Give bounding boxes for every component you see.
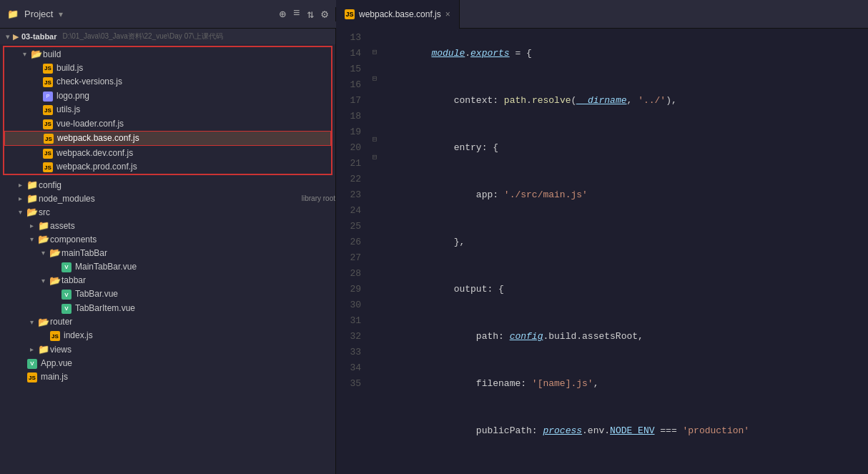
editor-tabs: JS webpack.base.conf.js ×	[336, 0, 868, 29]
expand-spacer	[49, 262, 60, 270]
tree-item-webpack-prod[interactable]: JS webpack.prod.conf.js	[4, 160, 331, 174]
expand-spacer	[30, 78, 41, 86]
tree-item-label: node_modules	[39, 194, 299, 204]
tree-item-label: check-versions.js	[56, 76, 331, 87]
tree-item-label: build.js	[56, 63, 331, 73]
tree-item-build-js[interactable]: JS build.js	[4, 61, 331, 75]
build-group-highlight: ▾ 📂 build JS build.js JS check-versions.…	[3, 46, 332, 175]
tree-item-label: assets	[50, 221, 335, 231]
project-label: Project	[24, 9, 53, 19]
folder-open-icon: 📂	[49, 247, 61, 258]
folder-icon: 📁	[26, 179, 39, 190]
expand-spacer	[31, 134, 42, 142]
expand-spacer	[49, 304, 60, 312]
code-line-18: output: {	[387, 266, 868, 313]
code-line-13: module.exports = {	[387, 30, 868, 77]
expand-spacer	[30, 163, 41, 171]
tree-item-label: index.js	[64, 330, 335, 340]
code-line-22: ? config.build.assetsPublicPath	[387, 455, 868, 474]
expand-spacer	[30, 149, 41, 157]
settings-icon[interactable]: ⚙	[321, 7, 328, 21]
folder-open-icon: 📂	[49, 275, 61, 286]
js-icon: JS	[41, 62, 54, 74]
code-line-17: },	[387, 219, 868, 266]
js-icon: JS	[41, 162, 54, 173]
tree-item-maintabbar-vue[interactable]: V MainTabBar.vue	[0, 260, 335, 274]
tree-item-components[interactable]: ▾ 📂 components	[0, 232, 335, 246]
tree-item-label: mainTabBar	[61, 248, 335, 258]
tree-item-tabbar[interactable]: ▾ 📂 tabbar	[0, 274, 335, 287]
tree-item-config[interactable]: ▸ 📁 config	[0, 178, 335, 192]
expand-icon: ▸	[14, 181, 26, 189]
tab-close-button[interactable]: ×	[445, 9, 450, 19]
tree-item-vue-loader-js[interactable]: JS vue-loader.conf.js	[4, 117, 331, 131]
tree-item-label: MainTabBar.vue	[75, 262, 335, 272]
folder-open-icon: 📂	[26, 207, 39, 217]
code-line-20: filename: '[name].js',	[387, 360, 868, 408]
code-lines: module.exports = { context: path.resolve…	[381, 29, 868, 474]
code-line-21: publicPath: process.env.NODE_ENV === 'pr…	[387, 408, 868, 455]
expand-icon: ▾	[26, 318, 37, 326]
tree-item-node-modules[interactable]: ▸ 📁 node_modules library root	[0, 192, 335, 205]
vue-icon: V	[60, 302, 73, 314]
root-folder-name: 03-tabbar	[21, 32, 57, 41]
toolbar-icons: ⊕ ≡ ⇅ ⚙	[279, 7, 328, 21]
tree-item-utils-js[interactable]: JS utils.js	[4, 103, 331, 117]
expand-spacer	[14, 359, 26, 367]
tab-filename: webpack.base.conf.js	[359, 9, 441, 19]
dropdown-icon[interactable]: ▾	[59, 9, 63, 19]
tree-item-logo-png[interactable]: P logo.png	[4, 89, 331, 103]
code-line-15: entry: {	[387, 124, 868, 172]
tree-item-label: views	[50, 345, 335, 355]
sidebar-header: 📁 Project ▾ ⊕ ≡ ⇅ ⚙	[0, 7, 336, 21]
expand-icon: ▾	[19, 50, 30, 58]
tree-item-views[interactable]: ▸ 📁 views	[0, 342, 335, 356]
vue-icon: V	[60, 289, 73, 300]
root-folder-icon: ▶	[13, 32, 19, 41]
expand-icon: ▾	[26, 235, 37, 243]
tree-item-build[interactable]: ▾ 📂 build	[4, 47, 331, 61]
code-line-14: context: path.resolve(__dirname, '../'),	[387, 77, 868, 124]
list-icon[interactable]: ≡	[293, 7, 300, 21]
expand-icon: ▾	[37, 249, 49, 257]
tree-item-main-js[interactable]: JS main.js	[0, 370, 335, 385]
tree-item-router[interactable]: ▾ 📂 router	[0, 315, 335, 329]
tree-item-check-versions[interactable]: JS check-versions.js	[4, 75, 331, 89]
tree-item-webpack-base[interactable]: JS webpack.base.conf.js	[4, 131, 331, 147]
js-icon: JS	[49, 330, 61, 342]
tree-item-assets[interactable]: ▸ 📁 assets	[0, 219, 335, 232]
expand-spacer	[37, 332, 49, 340]
tree-item-src[interactable]: ▾ 📂 src	[0, 205, 335, 219]
tree-item-tabbaritem-vue[interactable]: V TabBarItem.vue	[0, 301, 335, 315]
tree-item-index-js[interactable]: JS index.js	[0, 329, 335, 343]
tree-item-label: config	[39, 180, 335, 190]
js-icon: JS	[42, 133, 55, 144]
main-content: ▾ ▶ 03-tabbar D:\01_Java\03_Java资料\22_vu…	[0, 29, 868, 474]
tree-item-tabbar-vue[interactable]: V TabBar.vue	[0, 287, 335, 302]
tree-header: ▾ ▶ 03-tabbar D:\01_Java\03_Java资料\22_vu…	[0, 29, 335, 44]
tree-item-label: router	[50, 317, 335, 327]
add-icon[interactable]: ⊕	[279, 7, 286, 21]
tree-item-label: webpack.prod.conf.js	[56, 162, 331, 172]
expand-icon: ▸	[14, 194, 26, 202]
tree-item-label: webpack.base.conf.js	[57, 133, 330, 143]
code-line-19: path: config.build.assetsRoot,	[387, 313, 868, 360]
tree-item-app-vue[interactable]: V App.vue	[0, 356, 335, 370]
js-icon: JS	[41, 118, 54, 129]
js-icon: JS	[41, 104, 54, 116]
vue-icon: V	[26, 357, 39, 369]
sort-icon[interactable]: ⇅	[307, 7, 315, 21]
line-numbers: 13 14 15 16 17 18 19 20 21 22 23 24 25 2…	[336, 29, 368, 474]
folder-open-icon: 📂	[37, 234, 50, 245]
folder-icon: 📁	[26, 193, 39, 204]
expand-spacer	[30, 64, 41, 71]
active-tab[interactable]: JS webpack.base.conf.js ×	[336, 0, 460, 29]
tree-item-label: tabbar	[61, 275, 335, 285]
tree-item-label: vue-loader.conf.js	[56, 119, 331, 129]
tree-item-label: main.js	[41, 372, 335, 382]
file-tree-panel: ▾ ▶ 03-tabbar D:\01_Java\03_Java资料\22_vu…	[0, 29, 336, 474]
top-bar: 📁 Project ▾ ⊕ ≡ ⇅ ⚙ JS webpack.base.conf…	[0, 0, 868, 29]
tree-item-mainTabBar[interactable]: ▾ 📂 mainTabBar	[0, 246, 335, 260]
tree-item-webpack-dev[interactable]: JS webpack.dev.conf.js	[4, 146, 331, 160]
tab-file-icon: JS	[345, 9, 355, 19]
